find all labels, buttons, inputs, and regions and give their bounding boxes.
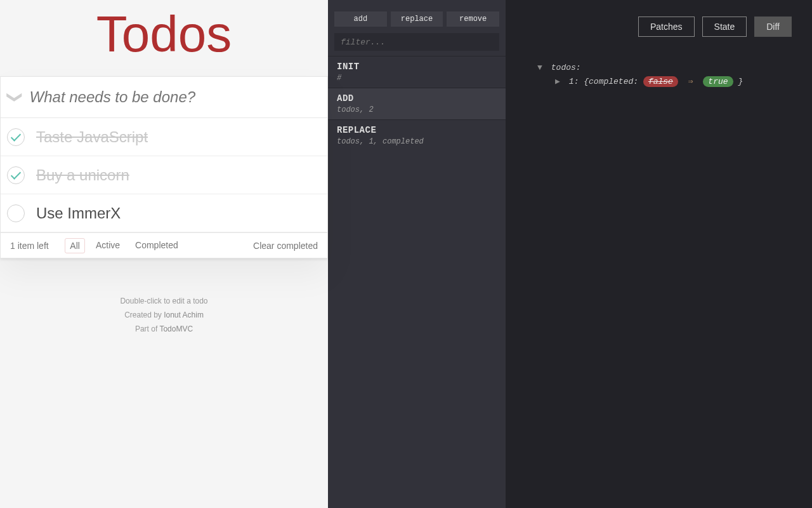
log-path: todos, 1, completed — [337, 137, 497, 146]
log-action-buttons: add replace remove — [328, 0, 506, 30]
tree-root[interactable]: ▼ todos: — [537, 61, 743, 75]
todo-label[interactable]: Taste JavaScript — [36, 128, 148, 146]
todomvc-link[interactable]: TodoMVC — [159, 324, 193, 333]
log-panel: add replace remove INIT#ADDtodos, 2REPLA… — [328, 0, 506, 508]
new-value-badge: true — [703, 76, 733, 87]
add-button[interactable]: add — [334, 11, 387, 27]
caret-right-icon: ▶ — [555, 75, 561, 89]
author-link[interactable]: Ionut Achim — [164, 311, 204, 319]
devtools-tabs: Patches State Diff — [638, 17, 792, 37]
todo-checkbox[interactable] — [7, 204, 25, 222]
new-todo-input[interactable] — [30, 77, 327, 117]
todo-item: Buy a unicorn — [1, 156, 327, 194]
tab-state[interactable]: State — [702, 17, 747, 37]
info-line-3: Part of TodoMVC — [0, 324, 328, 333]
log-path: # — [337, 74, 497, 83]
caret-down-icon: ▼ — [537, 61, 544, 75]
log-op: ADD — [337, 93, 497, 104]
todo-footer: 1 item left All Active Completed Clear c… — [1, 232, 327, 258]
diff-tree: ▼ todos: ▶ 1: {completed: false ⇒ true } — [537, 61, 743, 89]
tab-patches[interactable]: Patches — [638, 17, 695, 37]
arrow-right-icon: ⇒ — [688, 77, 693, 86]
old-value-badge: false — [643, 76, 678, 87]
devtools-panel: Patches State Diff ▼ todos: ▶ 1: {comple… — [506, 0, 812, 508]
log-entry[interactable]: INIT# — [328, 56, 506, 88]
items-left-count: 1 item left — [10, 241, 49, 251]
todo-item: Use ImmerX — [1, 194, 327, 232]
clear-completed-button[interactable]: Clear completed — [253, 241, 318, 251]
filter-all[interactable]: All — [65, 238, 85, 253]
replace-button[interactable]: replace — [391, 11, 443, 27]
todo-panel: Todos ❯ Taste JavaScriptBuy a unicornUse… — [0, 0, 328, 508]
tab-diff[interactable]: Diff — [754, 17, 792, 37]
new-todo-row: ❯ — [1, 77, 327, 118]
filter-active[interactable]: Active — [91, 238, 124, 253]
filter-group: All Active Completed — [65, 238, 182, 253]
log-entry[interactable]: ADDtodos, 2 — [328, 88, 506, 119]
page-title: Todos — [0, 5, 328, 64]
todo-checkbox[interactable] — [7, 128, 25, 146]
todo-label[interactable]: Use ImmerX — [36, 204, 121, 222]
info-footer: Double-click to edit a todo Created by I… — [0, 297, 328, 333]
log-op: INIT — [337, 62, 497, 72]
filter-input[interactable] — [334, 33, 499, 51]
todo-app: ❯ Taste JavaScriptBuy a unicornUse Immer… — [0, 76, 328, 258]
tree-child[interactable]: ▶ 1: {completed: false ⇒ true } — [555, 75, 743, 89]
todo-checkbox[interactable] — [7, 166, 25, 184]
todo-label[interactable]: Buy a unicorn — [36, 166, 129, 184]
todo-item: Taste JavaScript — [1, 118, 327, 156]
log-entry[interactable]: REPLACEtodos, 1, completed — [328, 119, 506, 151]
filter-completed[interactable]: Completed — [131, 238, 183, 253]
remove-button[interactable]: remove — [447, 11, 499, 27]
info-line-2: Created by Ionut Achim — [0, 311, 328, 319]
info-line-1: Double-click to edit a todo — [0, 297, 328, 305]
toggle-all-icon[interactable]: ❯ — [1, 88, 30, 106]
log-path: todos, 2 — [337, 105, 497, 114]
log-op: REPLACE — [337, 125, 497, 135]
